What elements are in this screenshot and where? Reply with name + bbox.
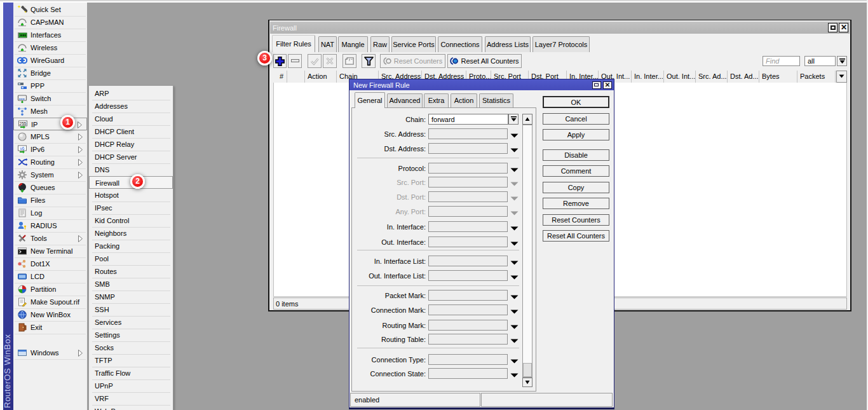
svg-text:v6: v6 xyxy=(20,146,25,151)
svg-text:255: 255 xyxy=(20,121,27,126)
